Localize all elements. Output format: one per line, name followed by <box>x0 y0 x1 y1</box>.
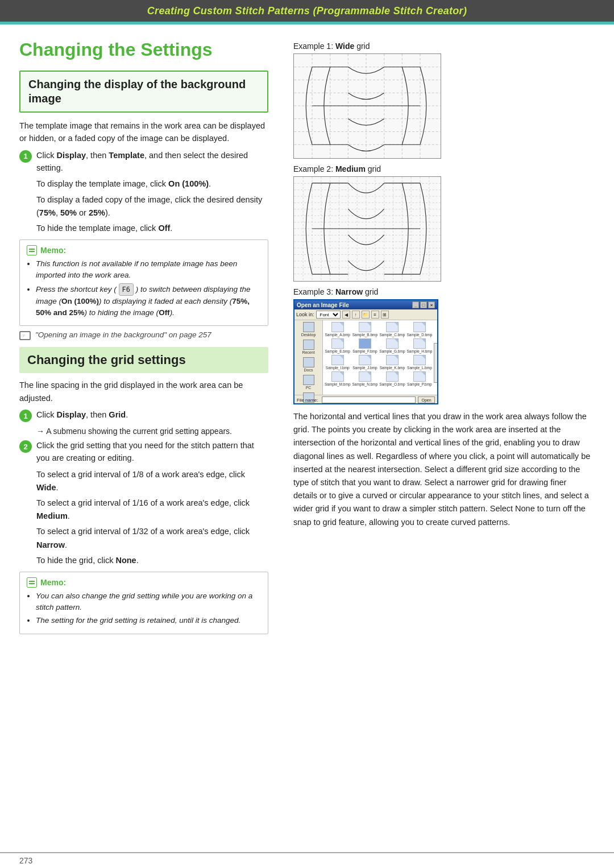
step2-2-text: Click the grid setting that you need for… <box>36 440 268 465</box>
substep2: To display a faded copy of the image, cl… <box>36 193 268 220</box>
file-icon <box>359 322 371 332</box>
right-column: Example 1: Wide grid <box>284 24 603 650</box>
preview-pane: T <box>433 338 437 387</box>
file-item: Sample_E.bmp <box>324 338 351 354</box>
file-item: Sample_G.bmp <box>379 338 405 354</box>
file-icon <box>331 355 344 365</box>
substep3: To hide the template image, click Off. <box>36 222 268 235</box>
lookin-label: Look in: <box>296 312 314 317</box>
step1-num: 1 <box>19 150 32 163</box>
file-dialog-titlebar: Open an Image File _ □ × <box>294 300 437 309</box>
section2-memo: Memo: You can also change the grid setti… <box>19 572 268 634</box>
step2-2-item: 2 Click the grid setting that you need f… <box>19 440 268 465</box>
section2-steps2: 2 Click the grid setting that you need f… <box>19 440 268 465</box>
section2-body: The line spacing in the grid displayed i… <box>19 379 268 404</box>
header-bar: Creating Custom Stitch Patterns (Program… <box>0 0 614 22</box>
page-content: Changing the Settings Changing the displ… <box>0 24 614 650</box>
section2-substeps: To select a grid interval of 1/8 of a wo… <box>36 468 268 567</box>
computer-icon <box>303 375 314 385</box>
left-column: Changing the Settings Changing the displ… <box>0 24 284 650</box>
file-item: Sample_O.bmp <box>379 371 405 387</box>
example1-label: Example 1: Wide grid <box>293 42 591 51</box>
file-item: Sample_D.bmp <box>406 321 433 337</box>
memo1-item2: Press the shortcut key ( F6 ) to switch … <box>36 283 261 319</box>
example1-image <box>293 53 441 159</box>
file-item: Sample_P.bmp <box>406 371 433 387</box>
section1-substeps: To display the template image, click On … <box>36 177 268 235</box>
filename-input[interactable] <box>322 396 416 403</box>
maximize-btn[interactable]: □ <box>420 301 427 308</box>
file-icon <box>359 355 371 365</box>
open-btn[interactable]: Open <box>418 396 435 403</box>
file-item: Sample_L.bmp <box>406 354 433 370</box>
page-number: 273 <box>19 856 32 865</box>
dialog-main: Sample_A.bmp Sample_B.bmp Sample_C.bmp <box>323 320 437 395</box>
section1-box: Changing the display of the background i… <box>19 71 268 113</box>
file-icon <box>359 371 371 382</box>
filename-row: File name: Open <box>297 396 435 403</box>
file-icon <box>331 322 344 332</box>
dialog-bottom: File name: Open Files of type: Image Fil… <box>294 395 437 404</box>
filename-label: File name: <box>297 398 320 403</box>
memo2-item2: The setting for the grid setting is reta… <box>36 615 261 626</box>
file-icon <box>386 371 399 382</box>
sidebar-recent: Recent <box>296 340 321 354</box>
dialog-body: Desktop Recent Docs PC <box>294 320 437 395</box>
back-btn[interactable]: ◀ <box>342 311 350 319</box>
step2-1-text: Click Display, then Grid. <box>36 409 268 421</box>
file-icon <box>413 371 426 382</box>
sidebar-desktop: Desktop <box>296 322 321 337</box>
substep1: To display the template image, click On … <box>36 177 268 191</box>
file-icon <box>359 338 371 349</box>
step2-1-num: 1 <box>19 410 32 422</box>
list-view-btn[interactable]: ≡ <box>371 311 379 319</box>
detail-view-btn[interactable]: ⊞ <box>381 311 389 319</box>
file-icon <box>386 338 399 349</box>
svg-text:☞: ☞ <box>21 333 26 338</box>
memo2-item1: You can also change the grid setting whi… <box>36 590 261 614</box>
close-btn[interactable]: × <box>428 301 435 308</box>
file-icon <box>331 338 344 349</box>
step2-2-num: 2 <box>19 440 32 453</box>
file-icon <box>386 322 399 332</box>
file-icon <box>413 322 426 332</box>
file-item: Sample_C.bmp <box>379 321 405 337</box>
s2-substep1: To select a grid interval of 1/8 of a wo… <box>36 468 268 494</box>
desktop-icon <box>303 322 314 332</box>
file-icon <box>413 355 426 365</box>
memo1-item1: This function is not available if no tem… <box>36 258 261 282</box>
page-footer: 273 <box>0 852 614 868</box>
ref-icon: ☞ <box>19 331 32 341</box>
file-item: Preview <box>433 321 437 337</box>
ref-text: "Opening an image in the background" on … <box>35 330 211 339</box>
file-item: Sample_A.bmp <box>324 321 351 337</box>
step2-1-item: 1 Click Display, then Grid. <box>19 409 268 422</box>
titlebar-buttons: _ □ × <box>412 301 435 308</box>
lookin-select[interactable]: Font <box>316 311 341 319</box>
file-item: Sample_F.bmp <box>352 338 379 354</box>
section1-body: The template image that remains in the w… <box>19 119 268 145</box>
memo1-title: Memo: <box>27 245 261 255</box>
new-folder-btn[interactable]: 📁 <box>362 311 370 319</box>
sidebar-computer: PC <box>296 375 321 390</box>
memo2-list: You can also change the grid setting whi… <box>36 590 261 627</box>
file-grid: Sample_A.bmp Sample_B.bmp Sample_C.bmp <box>324 321 436 387</box>
sidebar-documents: Docs <box>296 357 321 372</box>
up-btn[interactable]: ↑ <box>352 311 360 319</box>
recent-icon <box>303 340 314 350</box>
section1-steps: 1 Click Display, then Template, and then… <box>19 150 268 175</box>
file-dialog: Open an Image File _ □ × Look in: Font ◀… <box>293 299 438 404</box>
section2-steps: 1 Click Display, then Grid. <box>19 409 268 422</box>
example2-label: Example 2: Medium grid <box>293 164 591 173</box>
memo2-icon <box>27 577 37 588</box>
dialog-sidebar: Desktop Recent Docs PC <box>294 320 323 395</box>
memo-icon <box>27 245 37 255</box>
dialog-title: Open an Image File <box>297 302 349 308</box>
header-title: Creating Custom Stitch Patterns (Program… <box>147 5 467 17</box>
file-icon <box>386 355 399 365</box>
page-main-title: Changing the Settings <box>19 39 268 60</box>
file-item: Sample_B.bmp <box>352 321 379 337</box>
minimize-btn[interactable]: _ <box>412 301 419 308</box>
file-item: Sample_H.bmp <box>406 338 433 354</box>
example3-label: Example 3: Narrow grid <box>293 287 591 296</box>
